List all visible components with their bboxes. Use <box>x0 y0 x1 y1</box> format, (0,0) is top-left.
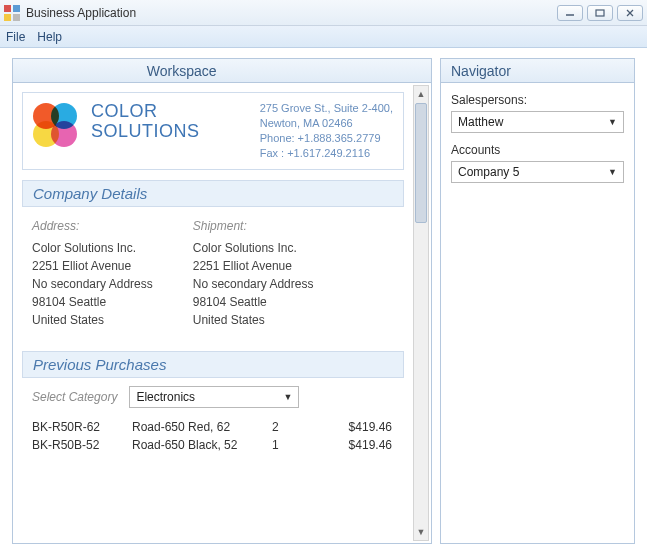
workspace-panel: Workspace COLOR SOLUTIONS 275 Grove St.,… <box>12 58 432 544</box>
section-company-details: Company Details <box>22 180 404 207</box>
menu-help[interactable]: Help <box>37 30 62 44</box>
table-row: BK-R50B-52 Road-650 Black, 52 1 $419.46 <box>32 436 412 454</box>
table-row: BK-R50R-62 Road-650 Red, 62 2 $419.46 <box>32 418 412 436</box>
category-dropdown[interactable]: Electronics ▼ <box>129 386 299 408</box>
purchases-table: BK-R50R-62 Road-650 Red, 62 2 $419.46 BK… <box>22 418 422 454</box>
workspace-header: Workspace <box>13 59 431 83</box>
menu-file[interactable]: File <box>6 30 25 44</box>
app-icon <box>4 5 20 21</box>
company-contact: 275 Grove St., Suite 2-400, Newton, MA 0… <box>260 101 393 161</box>
navigator-header: Navigator <box>441 59 634 83</box>
select-category-label: Select Category <box>32 390 117 404</box>
scroll-thumb[interactable] <box>415 103 427 223</box>
svg-rect-1 <box>596 10 604 16</box>
accounts-dropdown[interactable]: Company 5 ▼ <box>451 161 624 183</box>
shipment-label: Shipment: <box>193 217 314 235</box>
minimize-button[interactable] <box>557 5 583 21</box>
titlebar: Business Application <box>0 0 647 26</box>
address-label: Address: <box>32 217 153 235</box>
company-name: COLOR SOLUTIONS <box>91 101 200 161</box>
chevron-down-icon: ▼ <box>283 392 292 402</box>
salespersons-dropdown[interactable]: Matthew ▼ <box>451 111 624 133</box>
salespersons-label: Salespersons: <box>451 93 624 107</box>
company-logo-icon <box>33 103 77 147</box>
chevron-down-icon: ▼ <box>608 167 617 177</box>
address-block: Address: Color Solutions Inc. 2251 Ellio… <box>32 217 153 329</box>
chevron-down-icon: ▼ <box>608 117 617 127</box>
menubar: File Help <box>0 26 647 48</box>
maximize-button[interactable] <box>587 5 613 21</box>
navigator-panel: Navigator Salespersons: Matthew ▼ Accoun… <box>440 58 635 544</box>
window-title: Business Application <box>26 6 136 20</box>
company-details: Address: Color Solutions Inc. 2251 Ellio… <box>22 207 422 341</box>
section-previous-purchases: Previous Purchases <box>22 351 404 378</box>
shipment-block: Shipment: Color Solutions Inc. 2251 Elli… <box>193 217 314 329</box>
scroll-down-icon[interactable]: ▼ <box>414 524 428 540</box>
scroll-up-icon[interactable]: ▲ <box>414 86 428 102</box>
accounts-label: Accounts <box>451 143 624 157</box>
company-box: COLOR SOLUTIONS 275 Grove St., Suite 2-4… <box>22 92 404 170</box>
close-button[interactable] <box>617 5 643 21</box>
scrollbar[interactable]: ▲ ▼ <box>413 85 429 541</box>
